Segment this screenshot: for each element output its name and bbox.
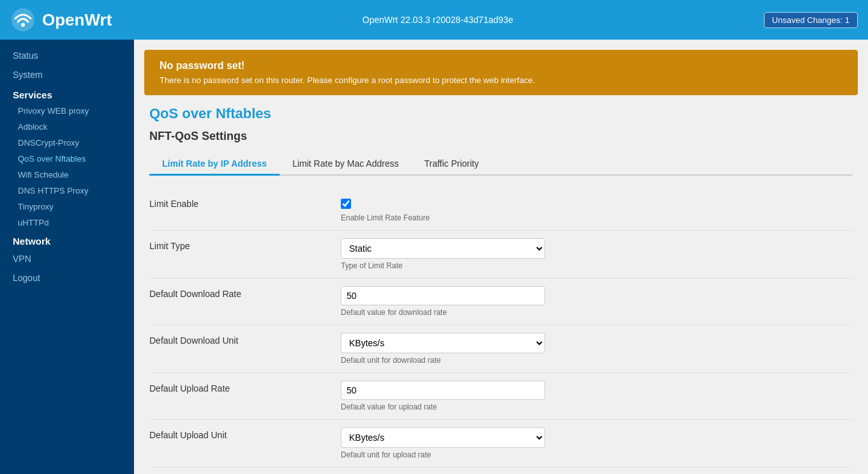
whitelist-row: White List for Limit Rate + <box>149 468 853 474</box>
download-unit-row: Default Download Unit KBytes/s MBytes/s … <box>149 325 853 373</box>
sidebar-item-vpn[interactable]: VPN <box>0 249 134 268</box>
upload-rate-control: Default value for upload rate <box>341 381 853 411</box>
upload-rate-input[interactable] <box>341 381 545 400</box>
limit-type-hint: Type of Limit Rate <box>341 261 853 270</box>
sidebar-section-services: Services <box>0 84 134 103</box>
upload-rate-label: Default Upload Rate <box>149 381 341 394</box>
logo: OpenWrt <box>10 7 112 33</box>
tabs-bar: Limit Rate by IP Address Limit Rate by M… <box>149 153 853 176</box>
upload-unit-select[interactable]: KBytes/s MBytes/s Bytes/s <box>341 427 545 448</box>
limit-type-control: Static Dynamic Type of Limit Rate <box>341 238 853 270</box>
sidebar-item-system[interactable]: System <box>0 65 134 84</box>
limit-type-label: Limit Type <box>149 238 341 251</box>
page-title: QoS over Nftables <box>149 105 853 122</box>
download-rate-control: Default value for download rate <box>341 286 853 317</box>
warning-title: No password set! <box>160 60 842 72</box>
sidebar-item-adblock[interactable]: Adblock <box>0 119 134 135</box>
section-title: NFT-QoS Settings <box>149 130 853 143</box>
main-content: No password set! There is no password se… <box>134 40 868 474</box>
sidebar-item-uhttpd[interactable]: uHTTPd <box>0 215 134 231</box>
warning-message: There is no password set on this router.… <box>160 75 842 85</box>
sidebar-item-status[interactable]: Status <box>0 46 134 65</box>
version-text: OpenWrt 22.03.3 r20028-43d71ad93e <box>363 15 513 25</box>
openwrt-logo-icon <box>10 7 36 33</box>
sidebar: Status System Services Privoxy WEB proxy… <box>0 40 134 474</box>
svg-point-1 <box>21 23 25 27</box>
upload-unit-row: Default Upload Unit KBytes/s MBytes/s By… <box>149 420 853 468</box>
limit-enable-hint: Enable Limit Rate Feature <box>341 213 853 222</box>
sidebar-item-tinyproxy[interactable]: Tinyproxy <box>0 199 134 215</box>
sidebar-item-logout[interactable]: Logout <box>0 268 134 287</box>
header: OpenWrt OpenWrt 22.03.3 r20028-43d71ad93… <box>0 0 868 40</box>
download-unit-hint: Default unit for download rate <box>341 356 853 365</box>
download-unit-control: KBytes/s MBytes/s Bytes/s Default unit f… <box>341 333 853 365</box>
upload-rate-hint: Default value for upload rate <box>341 402 853 411</box>
limit-type-select[interactable]: Static Dynamic <box>341 238 545 259</box>
tab-limit-mac[interactable]: Limit Rate by Mac Address <box>280 153 412 176</box>
download-unit-label: Default Download Unit <box>149 333 341 346</box>
sidebar-item-qos[interactable]: QoS over Nftables <box>0 151 134 167</box>
upload-rate-row: Default Upload Rate Default value for up… <box>149 373 853 420</box>
download-rate-input[interactable] <box>341 286 545 305</box>
upload-unit-control: KBytes/s MBytes/s Bytes/s Default unit f… <box>341 427 853 459</box>
sidebar-item-dnscrypt[interactable]: DNSCrypt-Proxy <box>0 135 134 151</box>
tab-limit-ip[interactable]: Limit Rate by IP Address <box>149 153 280 176</box>
sidebar-item-privoxy[interactable]: Privoxy WEB proxy <box>0 103 134 119</box>
limit-enable-control: Enable Limit Rate Feature <box>341 196 853 222</box>
download-rate-row: Default Download Rate Default value for … <box>149 279 853 325</box>
download-rate-label: Default Download Rate <box>149 286 341 299</box>
settings-form: Limit Enable Enable Limit Rate Feature L… <box>149 188 853 474</box>
upload-unit-label: Default Upload Unit <box>149 427 341 440</box>
download-unit-select[interactable]: KBytes/s MBytes/s Bytes/s <box>341 333 545 353</box>
tab-traffic-priority[interactable]: Traffic Priority <box>412 153 492 176</box>
limit-type-row: Limit Type Static Dynamic Type of Limit … <box>149 231 853 279</box>
sidebar-section-network: Network <box>0 231 134 249</box>
sidebar-item-dns-https[interactable]: DNS HTTPS Proxy <box>0 183 134 199</box>
sidebar-item-wifi[interactable]: Wifi Schedule <box>0 167 134 183</box>
warning-banner: No password set! There is no password se… <box>144 50 858 95</box>
limit-enable-checkbox[interactable] <box>341 199 351 209</box>
limit-enable-row: Limit Enable Enable Limit Rate Feature <box>149 188 853 231</box>
download-rate-hint: Default value for download rate <box>341 308 853 317</box>
limit-enable-label: Limit Enable <box>149 196 341 209</box>
unsaved-changes-badge: Unsaved Changes: 1 <box>764 12 858 28</box>
app-title: OpenWrt <box>42 10 112 30</box>
upload-unit-hint: Default unit for upload rate <box>341 450 853 459</box>
page-content: QoS over Nftables NFT-QoS Settings Limit… <box>134 105 868 474</box>
